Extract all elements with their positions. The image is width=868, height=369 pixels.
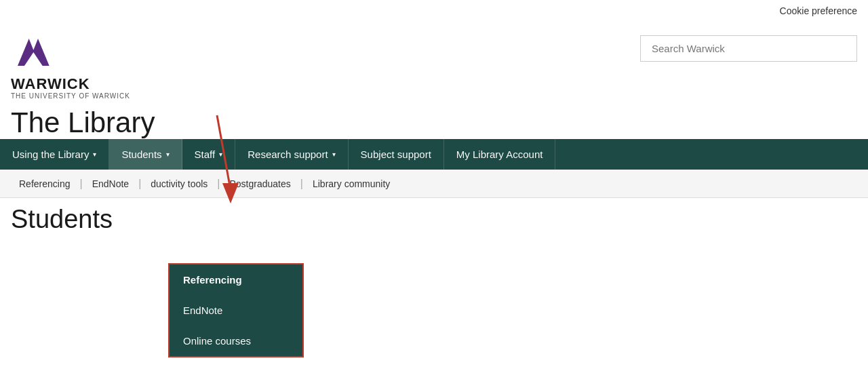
students-dropdown: Referencing EndNote Online courses [168,263,304,357]
nav-using-library[interactable]: Using the Library ▾ [0,139,109,170]
search-input[interactable] [640,35,857,62]
search-area [640,35,857,62]
subnav-sep-2: | [137,178,142,190]
body-content: Students [0,198,868,241]
nav-my-library-account[interactable]: My Library Account [444,139,556,170]
dropdown-online-courses[interactable]: Online courses [170,326,302,356]
subnav-productivity[interactable]: ductivity tools [142,172,216,196]
nav-arrow-research: ▾ [332,151,336,158]
logo-area: WARWICK THE UNIVERSITY OF WARWICK [11,28,130,100]
subnav-library-community[interactable]: Library community [304,172,398,196]
dropdown-referencing[interactable]: Referencing [170,265,302,295]
warwick-logo[interactable] [11,28,65,76]
body-title: Students [11,205,857,234]
cookie-preference[interactable]: Cookie preference [780,5,857,16]
university-name: THE UNIVERSITY OF WARWICK [11,92,130,100]
subnav-sep-4: | [299,178,304,190]
subnav-sep-1: | [79,178,84,190]
svg-marker-0 [18,39,50,66]
warwick-name: WARWICK [11,76,90,92]
top-bar: Cookie preference [0,0,868,22]
subnav-referencing[interactable]: Referencing [11,172,79,196]
nav-arrow-students: ▾ [166,151,170,158]
page-title: The Library [11,106,857,139]
page-title-area: The Library [0,100,868,139]
subnav-sep-3: | [216,178,221,190]
dropdown-endnote[interactable]: EndNote [170,295,302,326]
nav-arrow-using: ▾ [93,151,96,158]
nav-research-support[interactable]: Research support ▾ [235,139,348,170]
header: WARWICK THE UNIVERSITY OF WARWICK [0,22,868,100]
subnav-postgraduates[interactable]: Postgraduates [222,172,299,196]
nav-staff[interactable]: Staff ▾ [182,139,236,170]
nav-subject-support[interactable]: Subject support [349,139,444,170]
nav-arrow-staff: ▾ [219,151,222,158]
nav-students[interactable]: Students ▾ [109,139,182,170]
sub-nav: Referencing | EndNote | ductivity tools … [0,170,868,198]
subnav-endnote[interactable]: EndNote [84,172,137,196]
main-nav: Using the Library ▾ Students ▾ Staff ▾ R… [0,139,868,170]
